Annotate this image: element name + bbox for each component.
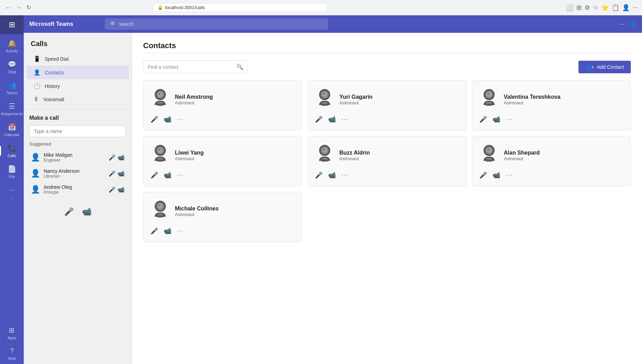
contact-mic-yuri[interactable]: 🎤 bbox=[315, 116, 323, 123]
cast-icon[interactable]: ⬜ bbox=[566, 4, 574, 12]
collections-icon[interactable]: 📋 bbox=[612, 4, 619, 12]
sidebar-nav-history[interactable]: 🕐 History bbox=[27, 79, 129, 93]
contact-video-valentina[interactable]: 📹 bbox=[493, 116, 500, 123]
back-button[interactable]: ← bbox=[4, 3, 13, 12]
rail-item-apps[interactable]: ⊞ Apps bbox=[6, 322, 17, 343]
assignments-icon: ☰ bbox=[9, 102, 15, 110]
contact-more-alan[interactable]: ··· bbox=[506, 172, 512, 178]
suggestion-video-nancy[interactable]: 📹 bbox=[118, 170, 125, 177]
contact-video-alan[interactable]: 📹 bbox=[493, 171, 500, 179]
suggestion-andrew[interactable]: 👤 Andrew Oleg Princple 🎤 📹 bbox=[29, 181, 126, 198]
more-apps-icon[interactable]: ··· bbox=[619, 21, 625, 28]
contact-actions-neil: 🎤 📹 ··· bbox=[150, 116, 295, 123]
contact-more-liwei[interactable]: ··· bbox=[177, 172, 184, 178]
rail-item-file[interactable]: 📄 File bbox=[0, 161, 24, 182]
contact-card-buzz: Buzz Aldrin Astronaut 🎤 📹 ··· bbox=[308, 136, 466, 186]
sidebar-nav-voicemail[interactable]: 🎙 Voicemail bbox=[27, 93, 129, 106]
contact-info-neil: Neil Amstrong Astronaut bbox=[150, 88, 295, 111]
contact-info-michale: Michale Collines Astronaut bbox=[150, 199, 295, 223]
starred-icon[interactable]: ☆ bbox=[593, 4, 598, 12]
top-bar-actions: ··· 👤 bbox=[619, 20, 636, 28]
app-logo-icon: ⊞ bbox=[9, 20, 15, 29]
contact-video-buzz[interactable]: 📹 bbox=[328, 171, 336, 179]
rail-item-help[interactable]: ? Help bbox=[6, 343, 17, 364]
contact-video-liwei[interactable]: 📹 bbox=[164, 171, 171, 179]
suggestion-mic-andrew[interactable]: 🎤 bbox=[109, 186, 116, 193]
sidebar-nav-label-voicemail: Voicemail bbox=[43, 97, 64, 102]
sidebar-nav-label-contacts: Contacts bbox=[45, 70, 64, 75]
icon-rail: ⊞ 🔔 Activity 💬 Chat 👥 Teams ☰ Assignment… bbox=[0, 15, 24, 364]
contact-video-michale[interactable]: 📹 bbox=[164, 227, 171, 235]
contact-mic-alan[interactable]: 🎤 bbox=[479, 171, 487, 179]
address-bar[interactable]: 🔒 localhost:3001/calls bbox=[153, 3, 327, 12]
contact-mic-buzz[interactable]: 🎤 bbox=[315, 171, 323, 179]
more-browser-icon[interactable]: ··· bbox=[633, 4, 638, 11]
suggestion-mic-nancy[interactable]: 🎤 bbox=[109, 170, 116, 177]
user-profile-icon[interactable]: 👤 bbox=[629, 20, 636, 28]
rail-item-assignments[interactable]: ☰ Assignments bbox=[0, 98, 24, 119]
suggestion-mic-mike[interactable]: 🎤 bbox=[109, 154, 116, 161]
apps-icon: ⊞ bbox=[9, 326, 15, 334]
favorites-icon[interactable]: ⭐ bbox=[601, 4, 609, 12]
contact-mic-valentina[interactable]: 🎤 bbox=[479, 116, 487, 123]
activity-icon: 🔔 bbox=[8, 39, 16, 47]
video-call-icon[interactable]: 📹 bbox=[82, 207, 91, 216]
refresh-button[interactable]: ↻ bbox=[25, 3, 32, 12]
suggestion-mike[interactable]: 👤 Mike Maligan Engineer 🎤 📹 bbox=[29, 149, 126, 165]
rail-item-calendar[interactable]: 📅 Calendar bbox=[0, 119, 24, 140]
sidebar-nav-speed-dial[interactable]: 📱 Speed Dial bbox=[27, 52, 129, 66]
search-input[interactable] bbox=[119, 21, 323, 27]
contact-more-buzz[interactable]: ··· bbox=[341, 172, 348, 178]
extensions-icon[interactable]: ⊞ bbox=[576, 4, 582, 12]
rail-item-calls[interactable]: 📞 Calls bbox=[0, 140, 24, 161]
sidebar: Calls 📱 Speed Dial 👤 Contacts 🕐 History … bbox=[24, 33, 132, 364]
find-contact-input[interactable] bbox=[148, 64, 234, 70]
app-container: ⊞ 🔔 Activity 💬 Chat 👥 Teams ☰ Assignment… bbox=[0, 15, 642, 364]
find-contact-wrapper[interactable]: 🔍 bbox=[143, 60, 248, 73]
rail-header: ⊞ bbox=[0, 15, 24, 34]
sidebar-nav-contacts[interactable]: 👤 Contacts bbox=[27, 66, 129, 79]
contact-actions-michale: 🎤 📹 ··· bbox=[150, 227, 295, 235]
contact-mic-neil[interactable]: 🎤 bbox=[150, 116, 158, 123]
forward-button[interactable]: → bbox=[15, 3, 23, 12]
browser-settings-icon[interactable]: ⚙ bbox=[584, 4, 590, 12]
app-title: Microsoft Teams bbox=[29, 21, 99, 27]
contacts-nav-icon: 👤 bbox=[34, 69, 40, 76]
rail-item-more[interactable]: ··· ... bbox=[0, 182, 24, 203]
contact-info-alan: Alan Shepard Astronaut bbox=[479, 143, 623, 167]
contact-more-michale[interactable]: ··· bbox=[177, 228, 184, 234]
contact-info-buzz: Buzz Aldrin Astronaut bbox=[315, 143, 459, 167]
contact-avatar-liwei bbox=[150, 143, 170, 167]
add-contact-label: Add Contact bbox=[597, 64, 624, 70]
contact-mic-liwei[interactable]: 🎤 bbox=[150, 171, 158, 179]
make-call-input[interactable] bbox=[29, 125, 126, 137]
rail-label-apps: Apps bbox=[7, 336, 16, 340]
contact-card-liwei: Liwei Yang Astronaut 🎤 📹 ··· bbox=[143, 136, 302, 186]
contact-more-valentina[interactable]: ··· bbox=[506, 116, 512, 122]
suggestion-nancy[interactable]: 👤 Nancy Anderson Librarian 🎤 📹 bbox=[29, 165, 126, 181]
rail-item-activity[interactable]: 🔔 Activity bbox=[0, 36, 24, 57]
contact-mic-michale[interactable]: 🎤 bbox=[150, 227, 158, 235]
search-bar[interactable]: 🔍 bbox=[105, 18, 328, 30]
main-content: Contacts 🔍 👤+ Add Contact bbox=[132, 33, 642, 364]
contact-more-yuri[interactable]: ··· bbox=[341, 116, 348, 122]
sidebar-nav: 📱 Speed Dial 👤 Contacts 🕐 History 🎙 Voic… bbox=[24, 52, 132, 106]
suggestion-name-andrew: Andrew Oleg bbox=[44, 184, 105, 190]
rail-item-teams[interactable]: 👥 Teams bbox=[0, 77, 24, 98]
profile-icon[interactable]: 👤 bbox=[622, 4, 630, 12]
add-contact-button[interactable]: 👤+ Add Contact bbox=[578, 61, 631, 73]
contact-video-yuri[interactable]: 📹 bbox=[328, 116, 336, 123]
contact-name-liwei: Liwei Yang bbox=[175, 150, 204, 156]
mic-icon[interactable]: 🎤 bbox=[64, 207, 74, 216]
suggestion-video-andrew[interactable]: 📹 bbox=[118, 186, 125, 193]
suggestion-info-nancy: Nancy Anderson Librarian bbox=[44, 168, 105, 179]
contact-card-yuri: Yuri Gagarin Astronaut 🎤 📹 ··· bbox=[308, 80, 466, 131]
search-icon: 🔍 bbox=[110, 21, 116, 27]
suggestion-avatar-andrew: 👤 bbox=[31, 185, 40, 194]
suggestion-video-mike[interactable]: 📹 bbox=[118, 154, 125, 161]
contact-more-neil[interactable]: ··· bbox=[177, 116, 184, 122]
contact-video-neil[interactable]: 📹 bbox=[164, 116, 171, 123]
suggestion-actions-andrew: 🎤 📹 bbox=[109, 186, 125, 193]
suggestion-avatar-mike: 👤 bbox=[31, 153, 40, 162]
rail-item-chat[interactable]: 💬 Chat bbox=[0, 57, 24, 77]
